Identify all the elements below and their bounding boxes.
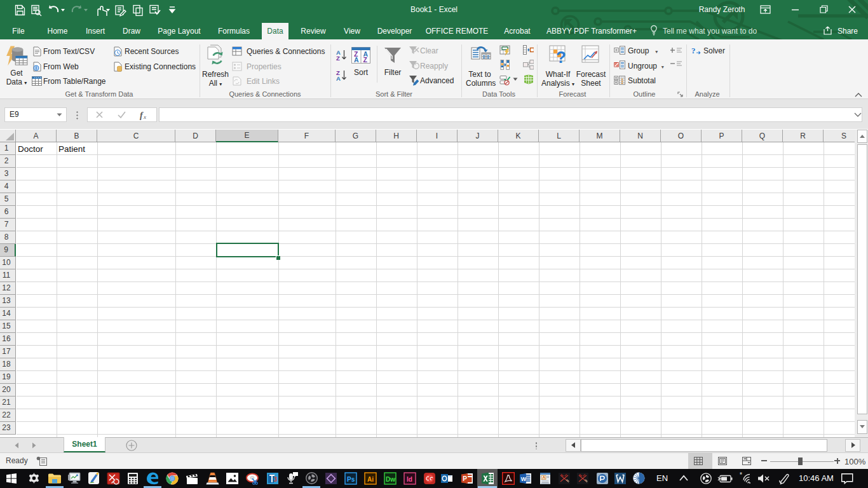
- svg-text:P: P: [463, 475, 467, 482]
- svg-text:Z: Z: [336, 55, 340, 62]
- svg-text:A: A: [336, 75, 341, 82]
- svg-text:?: ?: [556, 48, 566, 64]
- svg-text:x: x: [143, 114, 146, 120]
- svg-text:Z: Z: [363, 56, 368, 64]
- svg-text:W: W: [521, 476, 527, 482]
- svg-text:A: A: [354, 56, 359, 64]
- svg-text:3: 3: [274, 476, 278, 483]
- svg-text:Dw: Dw: [386, 476, 395, 483]
- svg-text:Id: Id: [407, 476, 412, 483]
- svg-text:Ai: Ai: [367, 476, 374, 483]
- svg-text:Ps: Ps: [347, 476, 355, 483]
- svg-text:*: *: [740, 471, 742, 478]
- svg-text:?: ?: [691, 46, 696, 55]
